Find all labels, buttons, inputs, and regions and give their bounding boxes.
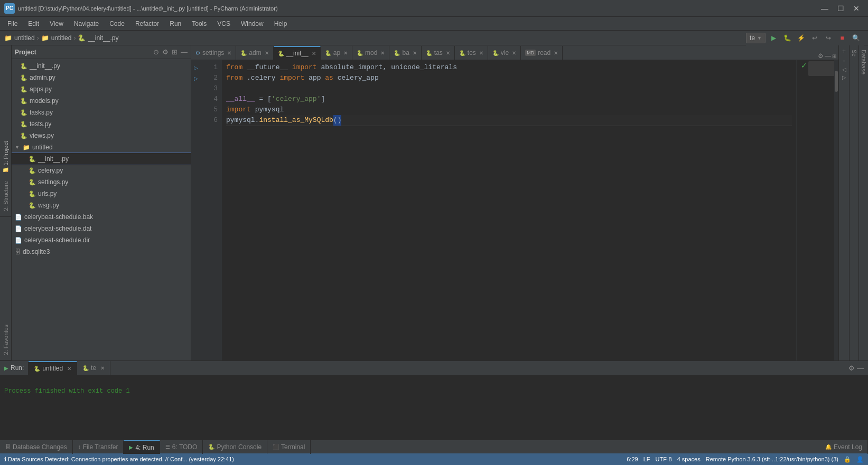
hide-icon[interactable]: — xyxy=(181,48,188,56)
vertical-scrollbar[interactable] xyxy=(834,60,838,360)
tree-item-celerybeat-bak[interactable]: 📄 celerybeat-schedule.bak xyxy=(12,211,191,223)
menu-run[interactable]: Run xyxy=(164,19,186,29)
btn-python-console[interactable]: 🐍 Python Console xyxy=(203,440,267,454)
menu-code[interactable]: Code xyxy=(104,19,130,29)
run-hide-icon[interactable]: — xyxy=(857,364,864,372)
settings-icon[interactable]: ⚙ xyxy=(162,48,169,56)
menu-refactor[interactable]: Refactor xyxy=(130,19,164,29)
debug-button[interactable]: 🐛 xyxy=(781,32,793,44)
sb-interpreter[interactable]: Remote Python 3.6.3 (sft-..1:22/usr/bin/… xyxy=(706,456,838,462)
sb-position[interactable]: 6:29 xyxy=(627,456,638,462)
tree-item-celerybeat-dir[interactable]: 📄 celerybeat-schedule.dir xyxy=(12,234,191,246)
run-tab-untitled-close[interactable]: ✕ xyxy=(67,366,71,372)
breadcrumb-item-root-folder[interactable]: 📁 untitled xyxy=(4,34,35,42)
tree-item-views-py[interactable]: 🐍 views.py xyxy=(12,130,191,141)
run-settings-icon[interactable]: ⚙ xyxy=(848,364,855,372)
tab-readme-close[interactable]: ✕ xyxy=(554,50,558,56)
sciview-panel-label[interactable]: Sc xyxy=(849,45,858,360)
structure-panel-label[interactable]: 2: Structure xyxy=(0,179,11,217)
concurrency-button[interactable]: ↪ xyxy=(823,32,834,44)
minimize-button[interactable]: — xyxy=(817,3,832,14)
tab-init-close[interactable]: ✕ xyxy=(312,51,316,56)
fold-arrow-2[interactable]: ▷ xyxy=(194,75,198,81)
tab-base[interactable]: 🐍 ba ✕ xyxy=(389,46,421,60)
profile-button[interactable]: ↩ xyxy=(809,32,820,44)
menu-tools[interactable]: Tools xyxy=(186,19,212,29)
stop-button[interactable]: ■ xyxy=(836,32,848,44)
sb-lock-icon[interactable]: 🔒 xyxy=(844,456,851,463)
tree-item-celery-py[interactable]: 🐍 celery.py xyxy=(12,165,191,176)
menu-edit[interactable]: Edit xyxy=(23,19,44,29)
tab-tests[interactable]: 🐍 tes ✕ xyxy=(455,46,488,60)
tab-apps-close[interactable]: ✕ xyxy=(343,50,348,56)
run-button[interactable]: ▶ xyxy=(768,32,779,44)
tab-settings[interactable]: ⚙ settings ✕ xyxy=(191,46,236,60)
tab-tasks[interactable]: 🐍 tas ✕ xyxy=(422,46,455,60)
tab-settings-close[interactable]: ✕ xyxy=(227,50,231,56)
search-button[interactable]: 🔍 xyxy=(850,32,862,44)
btn-run[interactable]: ▶ 4: Run xyxy=(124,440,160,454)
fold-arrow-1[interactable]: ▷ xyxy=(194,65,198,71)
tree-item-init-py-selected[interactable]: 🐍 __init__.py xyxy=(12,153,191,165)
run-tab-te[interactable]: 🐍 te ✕ xyxy=(77,361,110,375)
scrollbar-thumb[interactable] xyxy=(835,71,838,92)
tab-models[interactable]: 🐍 mod ✕ xyxy=(352,46,389,60)
expand-icon[interactable]: ⊞ xyxy=(172,48,178,56)
tab-tasks-close[interactable]: ✕ xyxy=(446,50,450,56)
menu-view[interactable]: View xyxy=(44,19,69,29)
coverage-button[interactable]: ⚡ xyxy=(795,32,807,44)
btn-database-changes[interactable]: 🗄 Database Changes xyxy=(0,440,73,454)
maximize-button[interactable]: ☐ xyxy=(833,3,848,14)
remove-bookmark-icon[interactable]: - xyxy=(843,57,845,64)
tree-item-admin-py[interactable]: 🐍 admin.py xyxy=(12,72,191,83)
tree-item-tasks-py[interactable]: 🐍 tasks.py xyxy=(12,107,191,118)
breadcrumb-item-sub-folder[interactable]: 📁 untitled xyxy=(41,34,72,42)
tab-views[interactable]: 🐍 vie ✕ xyxy=(488,46,521,60)
sb-encoding[interactable]: UTF-8 xyxy=(656,456,672,462)
tabs-collapse-icon[interactable]: — xyxy=(825,52,831,60)
breadcrumb-item-file[interactable]: 🐍 __init__.py xyxy=(78,34,118,42)
project-panel-label[interactable]: 📁 1: Project xyxy=(0,45,11,179)
run-tab-te-close[interactable]: ✕ xyxy=(100,365,105,371)
favorites-panel-label[interactable]: 2: Favorites xyxy=(0,322,11,360)
code-content[interactable]: from __future__ import absolute_import, … xyxy=(222,60,796,360)
btn-terminal[interactable]: ⬛ Terminal xyxy=(267,440,311,454)
tab-admin[interactable]: 🐍 adm ✕ xyxy=(236,46,273,60)
tree-item-apps-py[interactable]: 🐍 apps.py xyxy=(12,83,191,95)
tab-admin-close[interactable]: ✕ xyxy=(265,50,269,56)
tab-readme[interactable]: MD read ✕ xyxy=(521,46,563,60)
tab-views-close[interactable]: ✕ xyxy=(512,50,516,56)
tree-item-urls-py[interactable]: 🐍 urls.py xyxy=(12,188,191,200)
tree-item-wsgi-py[interactable]: 🐍 wsgi.py xyxy=(12,200,191,211)
close-button[interactable]: ✕ xyxy=(849,3,864,14)
tree-item-models-py[interactable]: 🐍 models.py xyxy=(12,95,191,107)
nav-left-icon[interactable]: ◁ xyxy=(842,67,846,72)
menu-vcs[interactable]: VCS xyxy=(212,19,236,29)
run-config-selector[interactable]: te ▼ xyxy=(746,33,766,43)
tree-item-db-sqlite[interactable]: 🗄 db.sqlite3 xyxy=(12,246,191,258)
console-output[interactable]: Process finished with exit code 1 xyxy=(0,375,868,440)
sb-notification[interactable]: ℹ Data Sources Detected: Connection prop… xyxy=(4,456,234,463)
tree-item-init-py-top[interactable]: 🐍 __init__.py xyxy=(12,60,191,72)
tree-item-tests-py[interactable]: 🐍 tests.py xyxy=(12,118,191,130)
menu-help[interactable]: Help xyxy=(269,19,293,29)
tab-init[interactable]: 🐍 __init__ ✕ xyxy=(274,46,321,60)
tab-apps[interactable]: 🐍 ap ✕ xyxy=(321,46,352,60)
tree-item-untitled-folder[interactable]: ▼ 📁 untitled xyxy=(12,141,191,153)
sb-indent[interactable]: 4 spaces xyxy=(677,456,701,462)
tree-item-celerybeat-dat[interactable]: 📄 celerybeat-schedule.dat xyxy=(12,223,191,234)
tab-models-close[interactable]: ✕ xyxy=(380,50,385,56)
tab-base-close[interactable]: ✕ xyxy=(413,50,417,56)
nav-right-icon[interactable]: ▷ xyxy=(842,74,846,80)
menu-navigate[interactable]: Navigate xyxy=(69,19,104,29)
sb-line-ending[interactable]: LF xyxy=(643,456,650,462)
scope-icon[interactable]: ⊙ xyxy=(153,48,159,56)
menu-file[interactable]: File xyxy=(2,19,23,29)
btn-event-log[interactable]: 🔔 Event Log xyxy=(820,440,868,454)
tree-item-settings-py[interactable]: 🐍 settings.py xyxy=(12,176,191,188)
tabs-gear-icon[interactable]: ⚙ xyxy=(818,52,824,60)
tab-tests-close[interactable]: ✕ xyxy=(479,50,483,56)
run-tab-untitled[interactable]: 🐍 untitled ✕ xyxy=(29,361,77,375)
btn-file-transfer[interactable]: ↕ File Transfer xyxy=(73,440,124,454)
database-panel-label[interactable]: Database xyxy=(858,45,868,360)
